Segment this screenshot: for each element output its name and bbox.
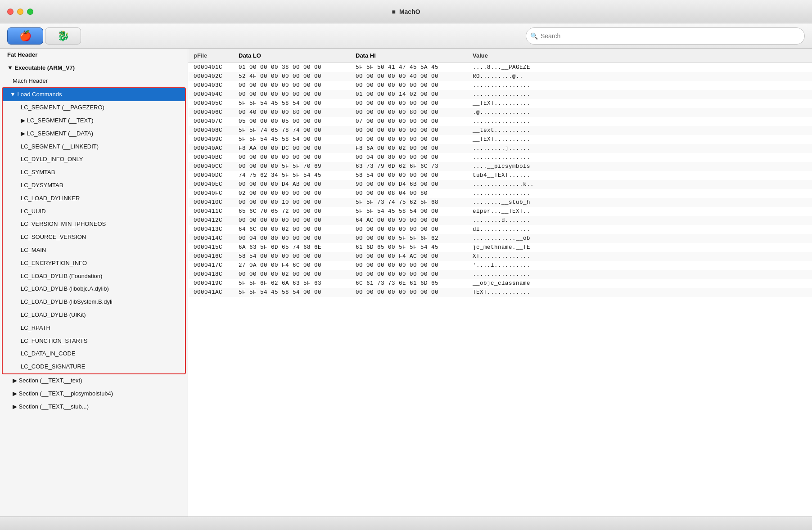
table-row[interactable]: 0000416C 58 54 00 00 00 00 00 00 00 00 0… bbox=[188, 252, 812, 261]
cell-pfile: 0000411C bbox=[188, 207, 233, 216]
sidebar-item-section-picsymbol[interactable]: ▶ Section (__TEXT,__picsymbolstub4) bbox=[0, 387, 188, 400]
cell-value: ................ bbox=[467, 270, 812, 279]
sidebar-item-section-more[interactable]: ▶ Section (__TEXT,__stub...) bbox=[0, 400, 188, 413]
table-row[interactable]: 0000404C 00 00 00 00 00 00 00 00 01 00 0… bbox=[188, 90, 812, 99]
minimize-button[interactable] bbox=[17, 9, 23, 15]
table-row[interactable]: 0000402C 52 4F 00 00 00 00 00 00 00 00 0… bbox=[188, 72, 812, 81]
cell-data-hi: 00 00 00 00 00 00 00 00 bbox=[350, 288, 467, 297]
maximize-button[interactable] bbox=[27, 9, 33, 15]
cell-value: ................ bbox=[467, 153, 812, 162]
sidebar-item-load-commands[interactable]: ▼ Load Commands bbox=[3, 88, 185, 101]
sidebar-item-executable[interactable]: ▼ Executable (ARM_V7) bbox=[0, 62, 188, 75]
sidebar-item-lc-encryption[interactable]: LC_ENCRYPTION_INFO bbox=[3, 257, 185, 270]
sidebar-item-mach-header[interactable]: Mach Header bbox=[0, 75, 188, 88]
table-row[interactable]: 000040AC F8 AA 00 00 DC 00 00 00 F8 6A 0… bbox=[188, 144, 812, 153]
cell-data-hi: 5F 5F 50 41 47 45 5A 45 bbox=[350, 63, 467, 72]
cell-data-lo: 58 54 00 00 00 00 00 00 bbox=[233, 252, 350, 261]
sidebar-item-lc-uuid[interactable]: LC_UUID bbox=[3, 205, 185, 218]
sidebar-item-lc-dysymtab[interactable]: LC_DYSYMTAB bbox=[3, 179, 185, 192]
sidebar-item-section-text-text[interactable]: ▶ Section (__TEXT,__text) bbox=[0, 374, 188, 387]
sidebar-item-lc-text[interactable]: ▶ LC_SEGMENT (__TEXT) bbox=[3, 114, 185, 127]
sidebar-item-lc-libsystem[interactable]: LC_LOAD_DYLIB (libSystem.B.dyli bbox=[3, 296, 185, 309]
table-row[interactable]: 000040EC 00 00 00 00 D4 AB 00 00 90 00 0… bbox=[188, 180, 812, 189]
table-row[interactable]: 0000411C 65 6C 70 65 72 00 00 00 5F 5F 5… bbox=[188, 207, 812, 216]
cell-value: ............__ob bbox=[467, 234, 812, 243]
hex-viewer[interactable]: pFile Data LO Data HI Value 0000401C 01 … bbox=[188, 49, 812, 517]
table-row[interactable]: 000040CC 00 00 00 00 5F 5F 70 69 63 73 7… bbox=[188, 162, 812, 171]
cell-pfile: 000040BC bbox=[188, 153, 233, 162]
table-row[interactable]: 0000405C 5F 5F 54 45 58 54 00 00 00 00 0… bbox=[188, 99, 812, 108]
table-row[interactable]: 0000418C 00 00 00 00 02 00 00 00 00 00 0… bbox=[188, 270, 812, 279]
table-row[interactable]: 0000403C 00 00 00 00 00 00 00 00 00 00 0… bbox=[188, 81, 812, 90]
table-row[interactable]: 0000413C 64 6C 00 00 02 00 00 00 00 00 0… bbox=[188, 225, 812, 234]
sidebar-item-lc-rpath[interactable]: LC_RPATH bbox=[3, 322, 185, 335]
search-input[interactable] bbox=[526, 27, 805, 45]
table-row[interactable]: 0000407C 05 00 00 00 05 00 00 00 07 00 0… bbox=[188, 117, 812, 126]
cell-data-lo: 5F 5F 74 65 78 74 00 00 bbox=[233, 126, 350, 135]
sidebar-item-lc-symtab[interactable]: LC_SYMTAB bbox=[3, 166, 185, 179]
cell-data-lo: 5F 5F 54 45 58 54 00 00 bbox=[233, 99, 350, 108]
sidebar-item-lc-load-dylinker[interactable]: LC_LOAD_DYLINKER bbox=[3, 192, 185, 205]
cell-pfile: 0000409C bbox=[188, 135, 233, 144]
sidebar-item-lc-code-sig[interactable]: LC_CODE_SIGNATURE bbox=[3, 360, 185, 373]
sidebar-item-lc-main[interactable]: LC_MAIN bbox=[3, 244, 185, 257]
cell-pfile: 0000403C bbox=[188, 81, 233, 90]
cell-value: tub4__TEXT...... bbox=[467, 171, 812, 180]
cell-pfile: 0000412C bbox=[188, 216, 233, 225]
sidebar-item-lc-data-in-code[interactable]: LC_DATA_IN_CODE bbox=[3, 347, 185, 360]
cell-pfile: 000040DC bbox=[188, 171, 233, 180]
sidebar-item-lc-source[interactable]: LC_SOURCE_VERSION bbox=[3, 231, 185, 244]
cell-data-lo: 00 04 00 80 00 00 00 00 bbox=[233, 234, 350, 243]
cell-value: ................ bbox=[467, 90, 812, 99]
cell-value: __text.......... bbox=[467, 126, 812, 135]
table-row[interactable]: 0000409C 5F 5F 54 45 58 54 00 00 00 00 0… bbox=[188, 135, 812, 144]
table-row[interactable]: 000040DC 74 75 62 34 5F 5F 54 45 58 54 0… bbox=[188, 171, 812, 180]
cell-data-hi: 07 00 00 00 00 00 00 00 bbox=[350, 117, 467, 126]
sidebar-item-lc-function-starts[interactable]: LC_FUNCTION_STARTS bbox=[3, 335, 185, 348]
table-row[interactable]: 0000406C 00 40 00 00 00 80 00 00 00 00 0… bbox=[188, 108, 812, 117]
table-row[interactable]: 0000401C 01 00 00 00 38 00 00 00 5F 5F 5… bbox=[188, 63, 812, 72]
table-row[interactable]: 000041AC 5F 5F 54 45 58 54 00 00 00 00 0… bbox=[188, 288, 812, 297]
cell-pfile: 000040CC bbox=[188, 162, 233, 171]
sidebar-item-lc-data[interactable]: ▶ LC_SEGMENT (__DATA) bbox=[3, 127, 185, 140]
tab-1[interactable]: 🐉 bbox=[45, 27, 81, 45]
cell-data-lo: 00 00 00 00 5F 5F 70 69 bbox=[233, 162, 350, 171]
cell-pfile: 0000404C bbox=[188, 90, 233, 99]
table-row[interactable]: 000040FC 02 00 00 00 00 00 00 00 00 00 0… bbox=[188, 189, 812, 198]
cell-value: '....l.......... bbox=[467, 261, 812, 270]
cell-value: ....8...__PAGEZE bbox=[467, 63, 812, 72]
sidebar-item-lc-pagezero[interactable]: LC_SEGMENT (__PAGEZERO) bbox=[3, 101, 185, 114]
cell-value: ................ bbox=[467, 189, 812, 198]
sidebar-item-fat-header[interactable]: Fat Header bbox=[0, 49, 188, 62]
table-row[interactable]: 0000419C 5F 5F 6F 62 6A 63 5F 63 6C 61 7… bbox=[188, 279, 812, 288]
sidebar-item-lc-version[interactable]: LC_VERSION_MIN_IPHONEOS bbox=[3, 218, 185, 231]
sidebar-item-lc-dyld[interactable]: LC_DYLD_INFO_ONLY bbox=[3, 153, 185, 166]
cell-data-hi: 00 00 00 00 00 00 00 00 bbox=[350, 99, 467, 108]
title-bar: ■ MachO bbox=[0, 0, 812, 23]
sidebar-item-lc-uikit[interactable]: LC_LOAD_DYLIB (UIKit) bbox=[3, 309, 185, 322]
cell-data-lo: 5F 5F 54 45 58 54 00 00 bbox=[233, 288, 350, 297]
table-row[interactable]: 000040BC 00 00 00 00 00 00 00 00 00 04 0… bbox=[188, 153, 812, 162]
cell-data-hi: 00 00 00 00 00 00 00 00 bbox=[350, 126, 467, 135]
table-row[interactable]: 0000408C 5F 5F 74 65 78 74 00 00 00 00 0… bbox=[188, 126, 812, 135]
cell-data-lo: F8 AA 00 00 DC 00 00 00 bbox=[233, 144, 350, 153]
sidebar-item-lc-libobjc[interactable]: LC_LOAD_DYLIB (libobjc.A.dylib) bbox=[3, 283, 185, 296]
col-header-pfile: pFile bbox=[188, 49, 233, 63]
cell-value: .@.............. bbox=[467, 108, 812, 117]
table-row[interactable]: 0000410C 00 00 00 00 10 00 00 00 5F 5F 7… bbox=[188, 198, 812, 207]
cell-value: elper...__TEXT.. bbox=[467, 207, 812, 216]
cell-pfile: 0000407C bbox=[188, 117, 233, 126]
cell-data-lo: 00 00 00 00 00 00 00 00 bbox=[233, 90, 350, 99]
cell-data-lo: 00 00 00 00 02 00 00 00 bbox=[233, 270, 350, 279]
hex-table: pFile Data LO Data HI Value 0000401C 01 … bbox=[188, 49, 812, 297]
table-row[interactable]: 0000412C 00 00 00 00 00 00 00 00 64 AC 0… bbox=[188, 216, 812, 225]
table-row[interactable]: 0000414C 00 04 00 80 00 00 00 00 00 00 0… bbox=[188, 234, 812, 243]
sidebar-item-lc-foundation[interactable]: LC_LOAD_DYLIB (Foundation) bbox=[3, 270, 185, 283]
table-row[interactable]: 0000415C 6A 63 5F 6D 65 74 68 6E 61 6D 6… bbox=[188, 243, 812, 252]
cell-data-hi: 63 73 79 6D 62 6F 6C 73 bbox=[350, 162, 467, 171]
cell-pfile: 0000408C bbox=[188, 126, 233, 135]
tab-0[interactable]: 🍎 bbox=[7, 27, 43, 45]
sidebar-item-lc-linkedit[interactable]: LC_SEGMENT (__LINKEDIT) bbox=[3, 140, 185, 153]
close-button[interactable] bbox=[7, 9, 14, 15]
table-row[interactable]: 0000417C 27 0A 00 00 F4 6C 00 00 00 00 0… bbox=[188, 261, 812, 270]
